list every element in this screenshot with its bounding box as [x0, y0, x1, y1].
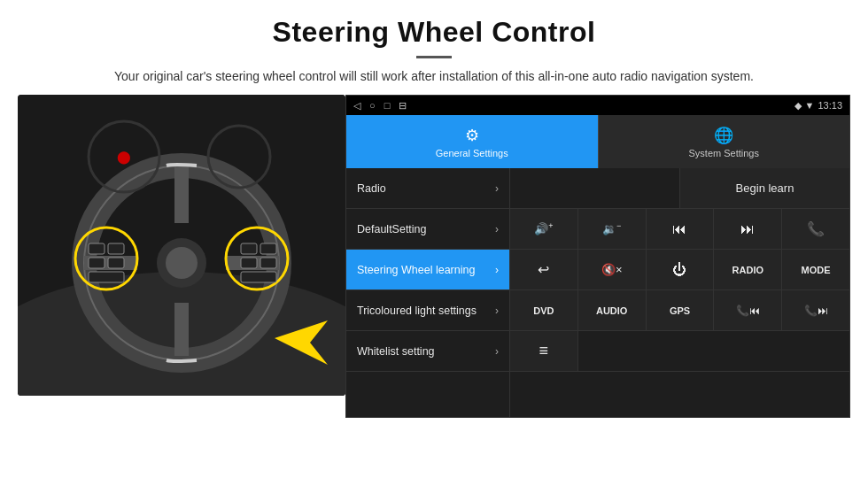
right-controls: Begin learn 🔊+ 🔉− ⏮: [510, 168, 849, 417]
svg-rect-16: [89, 272, 124, 282]
steering-wheel-svg: ⬤: [18, 95, 345, 396]
chevron-icon-tricoloured: ›: [495, 305, 499, 317]
mute-button[interactable]: 🔇×: [578, 250, 647, 289]
volume-up-icon: 🔊+: [534, 221, 553, 235]
control-row-4: ≡: [510, 331, 849, 372]
tab-system[interactable]: 🌐 System Settings: [598, 115, 850, 168]
android-ui: ◁ ○ □ ⊟ ◆ ▼ 13:13 ⚙ General Settings: [345, 95, 850, 418]
phone-prev-button[interactable]: 📞⏮: [714, 290, 782, 330]
control-row-3: DVD AUDIO GPS 📞⏮ 📞⏭: [510, 290, 849, 331]
header: Steering Wheel Control Your original car…: [0, 0, 868, 95]
header-description: Your original car's steering wheel contr…: [53, 67, 815, 86]
menu-item-whitelist[interactable]: Whitelist setting ›: [346, 331, 509, 372]
control-row-2: ↩ 🔇× ⏻ RADIO MODE: [510, 250, 849, 290]
svg-rect-18: [260, 243, 276, 254]
list-icon: ≡: [539, 342, 549, 360]
mode-button[interactable]: MODE: [782, 250, 849, 289]
location-icon: ◆: [794, 100, 802, 112]
begin-learn-button[interactable]: Begin learn: [680, 168, 849, 208]
radio-button[interactable]: RADIO: [714, 250, 782, 289]
home-icon[interactable]: ○: [369, 100, 376, 112]
svg-rect-15: [108, 258, 124, 268]
next-track-icon: ⏭: [740, 221, 755, 237]
back-icon[interactable]: ◁: [353, 100, 360, 112]
svg-rect-21: [241, 272, 276, 282]
signal-icon: ▼: [805, 100, 815, 111]
phone-prev-icon: 📞⏮: [736, 305, 760, 317]
chevron-icon-radio: ›: [495, 182, 499, 195]
power-button[interactable]: ⏻: [647, 250, 715, 289]
page-title: Steering Wheel Control: [53, 16, 815, 49]
phone-answer-button[interactable]: 📞: [782, 209, 849, 249]
hang-up-icon: ↩: [538, 261, 549, 278]
next-track-button[interactable]: ⏭: [714, 209, 782, 249]
page-container: Steering Wheel Control Your original car…: [0, 0, 868, 418]
tab-system-label: System Settings: [689, 148, 759, 158]
tab-general-label: General Settings: [436, 148, 508, 158]
car-image: ⬤: [18, 95, 345, 396]
left-menu: Radio › DefaultSetting › Steering Wheel …: [346, 168, 510, 417]
chevron-icon-steering: ›: [495, 264, 499, 276]
tab-general[interactable]: ⚙ General Settings: [346, 115, 598, 168]
svg-rect-13: [108, 243, 124, 254]
title-divider: [416, 56, 452, 58]
status-right: ◆ ▼ 13:13: [794, 100, 842, 112]
gps-button[interactable]: GPS: [647, 290, 715, 330]
menu-controls: Radio › DefaultSetting › Steering Wheel …: [346, 168, 849, 417]
svg-rect-19: [241, 258, 257, 268]
phone-icon: 📞: [807, 220, 825, 237]
hang-up-button[interactable]: ↩: [510, 250, 578, 289]
menu-item-radio[interactable]: Radio ›: [346, 168, 509, 209]
control-row-1: 🔊+ 🔉− ⏮ ⏭ 📞: [510, 209, 849, 250]
screenshot-icon[interactable]: ⊟: [399, 100, 407, 112]
list-button[interactable]: ≡: [510, 331, 578, 371]
empty-row4: [578, 331, 849, 371]
top-control-row: Begin learn: [510, 168, 849, 209]
volume-down-button[interactable]: 🔉−: [578, 209, 647, 249]
svg-point-9: [166, 247, 198, 279]
recents-icon[interactable]: □: [384, 100, 391, 112]
menu-item-tricoloured[interactable]: Tricoloured light settings ›: [346, 290, 509, 331]
system-settings-icon: 🌐: [714, 126, 733, 145]
clock: 13:13: [818, 100, 842, 111]
audio-button[interactable]: AUDIO: [578, 290, 647, 330]
main-content: ⬤ ◁ ○ □ ⊟ ◆ ▼ 13:13: [0, 95, 868, 418]
chevron-icon-whitelist: ›: [495, 345, 499, 358]
svg-rect-12: [89, 243, 105, 254]
dvd-button[interactable]: DVD: [510, 290, 578, 330]
svg-rect-17: [241, 243, 257, 254]
power-icon: ⏻: [672, 262, 686, 278]
svg-rect-14: [89, 258, 105, 268]
nav-icons: ◁ ○ □ ⊟: [353, 100, 407, 112]
svg-text:⬤: ⬤: [117, 150, 131, 165]
prev-track-button[interactable]: ⏮: [647, 209, 715, 249]
status-bar: ◁ ○ □ ⊟ ◆ ▼ 13:13: [346, 96, 849, 115]
mute-icon: 🔇×: [601, 263, 623, 276]
chevron-icon-default: ›: [495, 223, 499, 235]
svg-rect-20: [260, 258, 276, 268]
menu-item-steering[interactable]: Steering Wheel learning ›: [346, 250, 509, 290]
volume-up-button[interactable]: 🔊+: [510, 209, 578, 249]
general-settings-icon: ⚙: [465, 126, 479, 145]
phone-next-button[interactable]: 📞⏭: [782, 290, 849, 330]
menu-item-default[interactable]: DefaultSetting ›: [346, 209, 509, 250]
prev-track-icon: ⏮: [672, 221, 686, 237]
tab-bar: ⚙ General Settings 🌐 System Settings: [346, 115, 849, 168]
volume-down-icon: 🔉−: [602, 221, 621, 235]
phone-next-icon: 📞⏭: [804, 305, 828, 317]
empty-cell: [510, 168, 680, 208]
